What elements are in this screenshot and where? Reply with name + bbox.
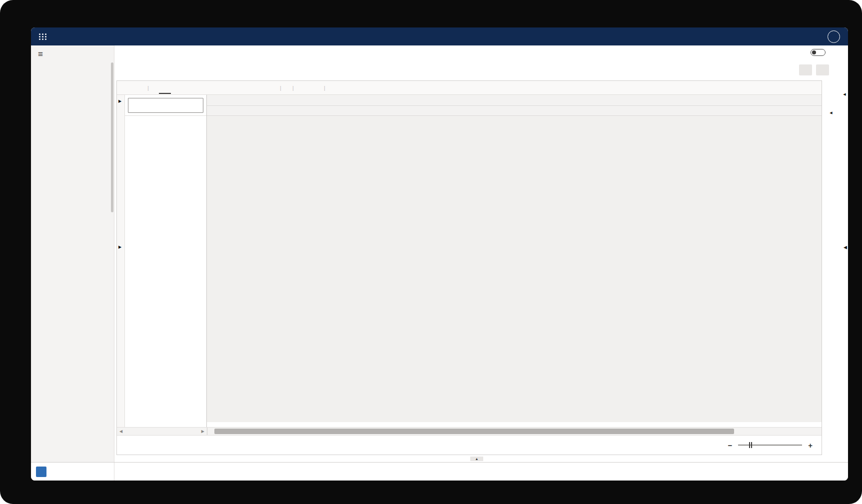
table-view-icon[interactable] [192,82,204,94]
app-window: ≡ [31,27,848,481]
expand-filter-icon[interactable]: ▶ [118,99,121,103]
search-icon[interactable] [193,102,200,109]
zoom-out-button[interactable]: − [728,442,732,449]
help-icon[interactable] [806,29,820,43]
screen-frame: ≡ [0,0,862,504]
preview-toggle[interactable] [811,49,826,56]
timeline-scrollbar[interactable] [207,428,822,435]
fullscreen-icon[interactable] [804,82,816,94]
gantt-view-icon[interactable] [175,82,187,94]
details-tab[interactable]: ◀ [840,92,848,99]
calendar-icon[interactable] [241,82,253,94]
expand-panel-icon[interactable]: ▶ [118,245,121,249]
date-header [207,95,822,106]
sidebar-scrollbar[interactable] [111,62,113,212]
app-launcher-icon[interactable] [39,33,47,40]
divider: | [323,85,326,91]
settings-icon[interactable] [788,29,802,43]
bottom-collapse-handle[interactable]: ▲ [470,457,483,461]
resource-panel [125,95,207,427]
filter-icon[interactable] [769,29,783,43]
visibility-icon[interactable] [756,82,768,94]
divider: | [146,85,150,91]
caret-down-icon [136,82,142,94]
board-gear-icon[interactable] [772,82,784,94]
toolbar-right-actions [756,82,816,94]
area-switch-icon [102,468,109,475]
main-content: | | | [114,45,848,462]
previous-day-icon[interactable] [225,82,237,94]
actions-icon [299,82,307,94]
next-day-icon[interactable] [262,82,274,94]
divider: | [291,85,295,91]
resource-search [128,98,203,113]
collapse-arrow-icon: ◀ [843,92,846,96]
new-record-icon[interactable] [751,29,765,43]
area-switcher[interactable] [31,463,114,481]
hours-scale-dropdown[interactable] [123,82,142,94]
navbar-actions [695,29,840,43]
caret-down-icon [312,82,318,94]
booking-requirements-tab[interactable] [114,463,848,481]
zoom-slider[interactable] [738,445,802,446]
scrollbar-thumb [214,429,734,434]
search-icon[interactable] [695,29,709,43]
create-resource-booking-tab[interactable]: ◀ [826,111,836,117]
horizontal-scroll-row: ◀▶ [117,427,822,435]
page-header [114,59,848,80]
filter-map-view-tab[interactable]: ▶ ▶ [117,95,125,427]
collapse-arrow-icon: ◀ [830,111,832,115]
clock-icon [123,82,131,94]
hour-header [207,106,822,116]
right-edge-arrow-icon[interactable]: ◀ [844,245,847,250]
schedule-board: | | | [116,80,822,455]
actions-dropdown[interactable] [299,82,318,94]
zoom-in-button[interactable]: + [808,442,813,449]
search-resources-input[interactable] [131,102,193,108]
ideas-icon[interactable] [732,29,746,43]
gantt-canvas[interactable] [207,116,822,422]
sort-dropdown[interactable] [331,82,339,94]
guided-tour-icon[interactable] [714,29,728,43]
map-view-icon[interactable] [208,82,220,94]
board-toolbar: | | | [117,81,822,95]
divider: | [279,85,282,91]
page-down-icon[interactable] [141,442,147,448]
top-navbar [31,27,848,45]
zoom-control: − + [728,442,813,449]
user-avatar[interactable] [828,30,840,43]
board-footer: − + [117,435,822,455]
timeline [207,95,822,427]
area-logo [36,467,46,477]
preview-toggle-row [114,45,848,59]
list-view-icon[interactable] [159,82,171,94]
caret-down-icon [333,82,339,94]
status-bar [31,462,848,481]
board-settings-button[interactable] [816,64,829,75]
sitemap-toggle-icon[interactable]: ≡ [31,45,114,61]
resource-panel-scrollbar[interactable]: ◀▶ [117,428,207,435]
refresh-icon[interactable] [788,82,800,94]
zoom-slider-thumb[interactable] [749,442,752,448]
sitemap-sidebar: ≡ [31,45,114,462]
page-up-icon[interactable] [126,442,132,448]
info-icon [797,49,804,56]
add-view-button[interactable] [799,64,812,75]
